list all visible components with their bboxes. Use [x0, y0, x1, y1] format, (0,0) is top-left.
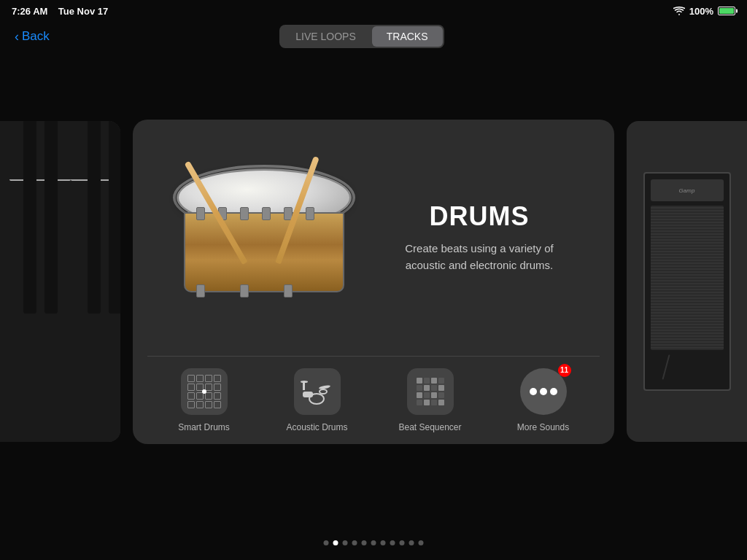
bs-cell	[417, 378, 422, 384]
drum-lug	[284, 284, 293, 298]
grid-cell	[214, 392, 221, 400]
drum-lug	[196, 207, 205, 220]
mini-snare-drum	[303, 392, 313, 397]
grid-cell	[196, 375, 204, 382]
grid-cell	[187, 384, 195, 391]
indicator-1	[333, 540, 338, 545]
mini-tom-drum	[319, 389, 328, 394]
bs-cell	[438, 378, 444, 384]
beat-sequencer-option[interactable]: Beat Sequencer	[394, 368, 467, 432]
grid-cell	[205, 375, 212, 382]
beat-sequencer-icon	[407, 368, 454, 415]
bs-cell	[438, 400, 444, 405]
grid-cell	[214, 401, 221, 408]
acoustic-drums-label: Acoustic Drums	[286, 422, 347, 432]
back-button[interactable]: ‹ Back	[15, 29, 50, 44]
grid-cell	[187, 375, 195, 382]
drum-lug	[262, 207, 271, 220]
grid-cell	[196, 401, 204, 408]
acoustic-drums-icon	[294, 368, 341, 415]
segment-control: LIVE LOOPS TRACKS	[279, 25, 444, 48]
indicator-8	[400, 540, 405, 545]
status-bar: 7:26 AM Tue Nov 17 100%	[0, 0, 747, 22]
drum-lug	[240, 284, 249, 298]
drum-lug	[196, 284, 205, 298]
bs-cell	[424, 400, 430, 405]
indicator-6	[381, 540, 386, 545]
more-sounds-icon: 11	[520, 368, 567, 415]
black-key	[23, 121, 36, 314]
dot-3	[550, 388, 557, 395]
indicator-5	[371, 540, 376, 545]
drum-title: DRUMS	[388, 201, 570, 232]
drum-container	[162, 147, 366, 329]
smart-drums-icon	[181, 368, 228, 415]
acoustic-drums-option[interactable]: Acoustic Drums	[281, 368, 354, 432]
more-sounds-option[interactable]: 11 More Sounds	[507, 368, 580, 432]
dot-2	[540, 388, 547, 395]
left-side-card[interactable]	[0, 121, 120, 442]
battery-percentage: 100%	[689, 6, 713, 17]
page-indicators	[324, 540, 424, 545]
back-label: Back	[22, 29, 50, 44]
drum-info: DRUMS Create beats using a variety of ac…	[366, 187, 585, 288]
grid-cell	[187, 392, 195, 400]
card-bottom: Smart Drums Acoustic Drums	[133, 357, 614, 444]
bs-cell	[431, 400, 437, 405]
amp-grille	[651, 206, 724, 350]
grid-center-dot	[202, 389, 206, 394]
segment-live-loops[interactable]: LIVE LOOPS	[281, 26, 370, 47]
mini-hihat-cymbal	[301, 381, 308, 383]
bs-cell	[438, 385, 444, 391]
status-time: 7:26 AM Tue Nov 17	[12, 6, 108, 17]
bs-cell	[424, 392, 430, 398]
drum-description: Create beats using a variety of acoustic…	[388, 241, 570, 273]
indicator-7	[390, 540, 395, 545]
more-dots	[530, 388, 557, 395]
black-key	[88, 121, 101, 314]
back-chevron-icon: ‹	[15, 29, 19, 44]
wifi-icon	[673, 7, 685, 15]
right-side-card[interactable]: Gamp	[627, 121, 747, 442]
piano-visual	[0, 121, 120, 442]
beat-sequencer-label: Beat Sequencer	[398, 422, 461, 432]
grid-cell	[214, 375, 221, 382]
amp-body: Gamp	[643, 172, 731, 391]
amp-brand: Gamp	[651, 179, 724, 201]
indicator-4	[362, 540, 367, 545]
more-sounds-label: More Sounds	[517, 422, 569, 432]
drum-visual	[169, 147, 359, 307]
beat-seq-grid	[417, 378, 444, 405]
top-nav: ‹ Back LIVE LOOPS TRACKS	[0, 22, 747, 55]
more-sounds-badge: 11	[558, 364, 571, 377]
status-right: 100%	[673, 6, 735, 17]
amp-visual: Gamp	[627, 121, 747, 442]
time-display: 7:26 AM	[12, 6, 47, 17]
dot-1	[530, 388, 537, 395]
segment-tracks[interactable]: TRACKS	[372, 26, 443, 47]
smart-drums-option[interactable]: Smart Drums	[168, 368, 241, 432]
bs-cell	[417, 385, 422, 391]
indicator-10	[419, 540, 424, 545]
bs-cell	[424, 385, 430, 391]
drum-lug	[240, 207, 249, 220]
main-card-top: DRUMS Create beats using a variety of ac…	[133, 120, 614, 356]
bs-cell	[431, 378, 437, 384]
indicator-0	[324, 540, 329, 545]
drum-body	[184, 212, 344, 292]
amp-cable	[651, 354, 724, 384]
grid-cell	[214, 384, 221, 391]
bs-cell	[438, 392, 444, 398]
indicator-3	[352, 540, 357, 545]
date-display: Tue Nov 17	[58, 6, 108, 17]
main-card: DRUMS Create beats using a variety of ac…	[133, 120, 614, 444]
keys-wrapper	[9, 121, 112, 442]
grid-cell	[187, 401, 195, 408]
bs-cell	[431, 392, 437, 398]
bs-cell	[424, 378, 430, 384]
black-key	[44, 121, 58, 314]
grid-cell	[205, 401, 212, 408]
drum-lug	[306, 207, 314, 220]
mini-drum-kit	[303, 378, 332, 405]
indicator-9	[409, 540, 414, 545]
